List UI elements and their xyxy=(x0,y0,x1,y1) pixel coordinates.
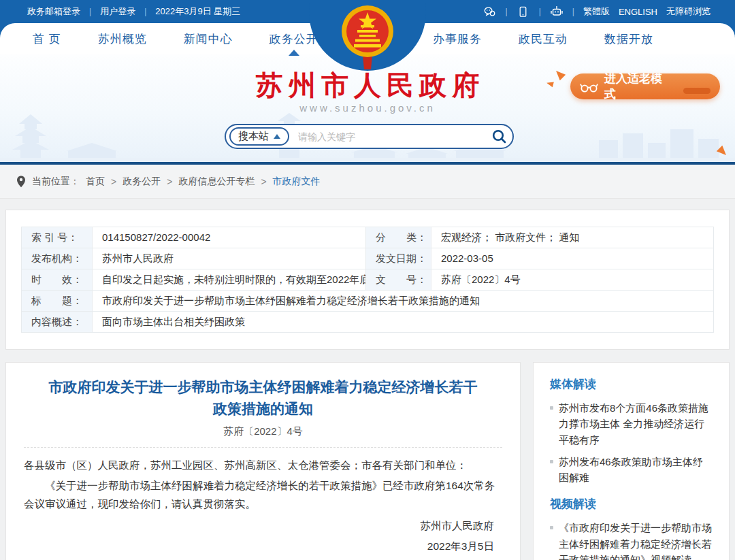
sidebar-link-label: 苏州发布46条政策助市场主体纾困解难 xyxy=(559,454,713,486)
page: 政务邮箱登录 | 用户登录 | 2022年3月9日 星期三 | xyxy=(0,0,735,560)
nav-item-news[interactable]: 新闻中心 xyxy=(182,22,234,56)
mobile-icon[interactable] xyxy=(517,5,530,18)
active-tab-indicator xyxy=(289,50,299,56)
bullet-icon xyxy=(550,526,553,529)
meta-label-docno: 文 号： xyxy=(366,269,431,291)
search-scope-dropdown[interactable]: 搜本站 xyxy=(229,127,289,146)
current-date: 2022年3月9日 星期三 xyxy=(155,5,240,18)
nav-item-services[interactable]: 办事服务 xyxy=(431,22,483,56)
header-blue-strip: 政务邮箱登录 | 用户登录 | 2022年3月9日 星期三 | xyxy=(0,0,735,54)
national-emblem xyxy=(340,3,395,72)
meta-label-summary: 内容概述： xyxy=(22,312,93,333)
separator: | xyxy=(144,7,146,16)
breadcrumb-current[interactable]: 市政府文件 xyxy=(273,176,321,188)
document-meta-table: 索 引 号： 014150827/2022-00042 分 类： 宏观经济； 市… xyxy=(21,227,714,333)
nav-item-label: 政务公开 xyxy=(270,33,318,46)
bullet-icon xyxy=(550,460,553,463)
breadcrumb-gov-affairs[interactable]: 政务公开 xyxy=(122,176,161,188)
elder-mode-button[interactable]: 进入适老模式 xyxy=(570,73,720,99)
topbar-left: 政务邮箱登录 | 用户登录 | 2022年3月9日 星期三 xyxy=(27,5,240,18)
meta-label-title: 标 题： xyxy=(22,291,93,312)
robot-icon[interactable] xyxy=(550,5,564,18)
meta-label-agency: 发布机构： xyxy=(22,248,93,269)
nav-right-group: 办事服务 政民互动 数据开放 xyxy=(431,22,655,56)
table-row: 发布机构： 苏州市人民政府 发文日期： 2022-03-05 xyxy=(22,248,714,269)
search-input[interactable] xyxy=(289,131,491,142)
topbar-right: | | xyxy=(483,5,710,18)
accessibility-link[interactable]: 无障碍浏览 xyxy=(666,5,710,18)
list-item[interactable]: 《市政府印发关于进一步帮助市场主体纾困解难着力稳定经济增长若干政策措施的通知》视… xyxy=(550,520,713,560)
meta-value-category: 宏观经济； 市政府文件； 通知 xyxy=(431,227,714,248)
sidebar: 媒体解读 苏州市发布8个方面46条政策措施力撑市场主体 全力推动经济运行平稳有序… xyxy=(533,362,730,560)
gov-mail-login-link[interactable]: 政务邮箱登录 xyxy=(27,5,80,18)
search-icon[interactable] xyxy=(491,129,507,144)
article-paragraph: 各县级市（区）人民政府，苏州工业园区、苏州高新区、太仓港管委会；市各有关部门和单… xyxy=(24,457,502,474)
button-dash-decoration xyxy=(683,88,710,94)
nav-item-open-data[interactable]: 数据开放 xyxy=(603,22,655,56)
breadcrumb-home[interactable]: 首页 xyxy=(86,176,105,188)
sidebar-link-label: 苏州市发布8个方面46条政策措施力撑市场主体 全力推动经济运行平稳有序 xyxy=(559,400,713,448)
meta-value-pubdate: 2022-03-05 xyxy=(431,248,714,269)
english-link[interactable]: ENGLISH xyxy=(619,7,657,17)
glasses-icon xyxy=(580,80,598,93)
wechat-icon[interactable] xyxy=(483,5,497,18)
meta-value-summary: 面向市场主体出台相关纾困政策 xyxy=(93,312,714,333)
meta-label-category: 分 类： xyxy=(366,227,431,248)
location-pin-icon xyxy=(16,176,26,188)
separator: | xyxy=(506,7,508,16)
traditional-chinese-link[interactable]: 繁體版 xyxy=(583,5,610,18)
table-row: 索 引 号： 014150827/2022-00042 分 类： 宏观经济； 市… xyxy=(22,227,714,248)
search-scope-label: 搜本站 xyxy=(238,130,269,143)
meta-value-validity: 自印发之日起实施，未特别注明时限的，有效期至2022年底 xyxy=(93,269,366,291)
meta-value-docno: 苏府〔2022〕4号 xyxy=(431,269,714,291)
meta-value-index: 014150827/2022-00042 xyxy=(93,227,366,248)
article-box: 市政府印发关于进一步帮助市场主体纾困解难着力稳定经济增长若干政策措施的通知 苏府… xyxy=(5,362,521,560)
article-divider xyxy=(24,447,502,448)
separator: | xyxy=(539,7,541,16)
article-signature: 苏州市人民政府 xyxy=(24,519,502,533)
nav-left-group: 首 页 苏州概览 新闻中心 政务公开 xyxy=(31,22,320,56)
document-meta-box: 索 引 号： 014150827/2022-00042 分 类： 宏观经济； 市… xyxy=(5,210,730,350)
content-row: 市政府印发关于进一步帮助市场主体纾困解难着力稳定经济增长若干政策措施的通知 苏府… xyxy=(5,362,730,560)
list-item[interactable]: 苏州发布46条政策助市场主体纾困解难 xyxy=(550,454,713,486)
separator: | xyxy=(572,7,574,16)
nav-item-interaction[interactable]: 政民互动 xyxy=(517,22,569,56)
main-nav: 首 页 苏州概览 新闻中心 政务公开 办事服务 政民互动 数据开放 xyxy=(0,23,735,54)
table-row: 标 题： 市政府印发关于进一步帮助市场主体纾困解难着力稳定经济增长若干政策措施的… xyxy=(22,291,714,312)
article-paragraph: 《关于进一步帮助市场主体纾困解难着力稳定经济增长的若干政策措施》已经市政府第16… xyxy=(24,477,502,513)
article-date: 2022年3月5日 xyxy=(24,540,502,554)
breadcrumb-separator: > xyxy=(111,176,116,187)
breadcrumb: 当前位置： 首页 > 政务公开 > 政府信息公开专栏 > 市政府文件 xyxy=(0,165,735,199)
elder-mode-label: 进入适老模式 xyxy=(604,71,668,102)
list-item[interactable]: 苏州市发布8个方面46条政策措施力撑市场主体 全力推动经济运行平稳有序 xyxy=(550,400,713,448)
user-login-link[interactable]: 用户登录 xyxy=(100,5,135,18)
sidebar-link-label: 《市政府印发关于进一步帮助市场主体纾困解难着力稳定经济增长若干政策措施的通知》视… xyxy=(559,520,713,560)
meta-label-index: 索 引 号： xyxy=(22,227,93,248)
article-doc-number: 苏府〔2022〕4号 xyxy=(24,425,502,438)
search-bar: 搜本站 xyxy=(225,124,514,149)
table-row: 内容概述： 面向市场主体出台相关纾困政策 xyxy=(22,312,714,333)
breadcrumb-separator: > xyxy=(167,176,172,187)
bullet-icon xyxy=(550,406,553,410)
breadcrumb-separator: > xyxy=(261,176,266,187)
breadcrumb-label: 当前位置： xyxy=(32,176,80,188)
separator: | xyxy=(89,7,91,16)
meta-value-agency: 苏州市人民政府 xyxy=(93,248,366,269)
meta-label-pubdate: 发文日期： xyxy=(366,248,431,269)
article-title: 市政府印发关于进一步帮助市场主体纾困解难着力稳定经济增长若干政策措施的通知 xyxy=(43,376,483,419)
table-row: 时 效： 自印发之日起实施，未特别注明时限的，有效期至2022年底 文 号： 苏… xyxy=(22,269,714,291)
page-content: 索 引 号： 014150827/2022-00042 分 类： 宏观经济； 市… xyxy=(0,199,735,560)
nav-item-overview[interactable]: 苏州概览 xyxy=(97,22,148,56)
meta-value-title: 市政府印发关于进一步帮助市场主体纾困解难着力稳定经济增长若干政策措施的通知 xyxy=(93,291,714,312)
site-url: www.suzhou.gov.cn xyxy=(0,102,735,114)
sidebar-section-video-title: 视频解读 xyxy=(550,496,713,512)
nav-item-home[interactable]: 首 页 xyxy=(31,22,63,56)
meta-label-validity: 时 效： xyxy=(22,269,93,291)
nav-item-gov-affairs[interactable]: 政务公开 xyxy=(268,22,320,56)
sidebar-section-media-title: 媒体解读 xyxy=(550,376,713,392)
caret-up-icon xyxy=(274,134,280,139)
breadcrumb-info-column[interactable]: 政府信息公开专栏 xyxy=(178,176,255,188)
